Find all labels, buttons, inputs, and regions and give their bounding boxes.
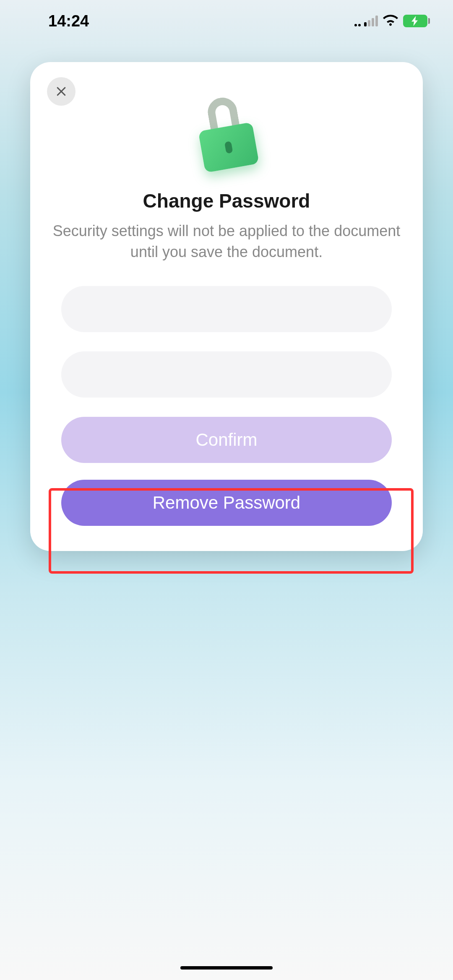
wifi-icon <box>383 14 398 28</box>
status-bar: 14:24 <box>0 0 453 42</box>
status-indicators <box>354 14 430 28</box>
remove-password-button[interactable]: Remove Password <box>61 480 392 526</box>
change-password-modal: Change Password Security settings will n… <box>30 62 423 551</box>
modal-description: Security settings will not be applied to… <box>47 221 406 263</box>
home-indicator[interactable] <box>180 966 273 970</box>
password-input[interactable] <box>61 286 392 332</box>
confirm-password-input[interactable] <box>61 351 392 398</box>
lock-icon <box>190 96 263 174</box>
status-time: 14:24 <box>48 12 89 30</box>
battery-icon <box>403 15 430 27</box>
confirm-button[interactable]: Confirm <box>61 417 392 463</box>
close-icon <box>55 85 68 98</box>
signal-indicator <box>354 16 378 26</box>
lock-illustration <box>47 101 406 169</box>
modal-title: Change Password <box>47 190 406 212</box>
